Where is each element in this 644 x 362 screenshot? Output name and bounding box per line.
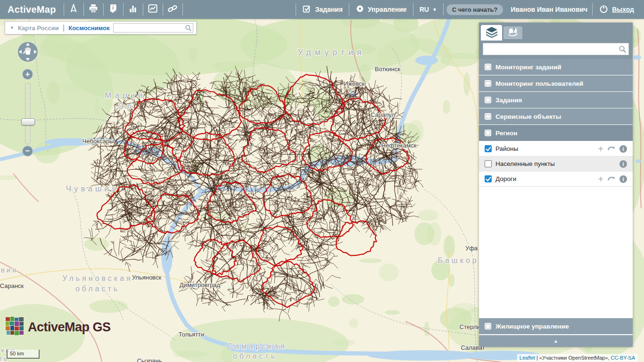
svg-text:Сарапул: Сарапул	[371, 111, 395, 118]
group-checkbox[interactable]	[485, 130, 491, 136]
printer-icon	[88, 3, 99, 16]
sidebar-search-box	[483, 43, 629, 55]
user-name[interactable]: Иванов Иван Иванович	[506, 6, 592, 13]
layer-checkbox[interactable]	[485, 145, 492, 152]
sidebar-spacer	[479, 187, 633, 318]
layer-checkbox[interactable]	[485, 175, 492, 182]
share-button[interactable]	[163, 0, 182, 19]
stats-button[interactable]	[124, 0, 143, 19]
svg-text:Димитровград: Димитровград	[180, 281, 221, 288]
basemap-bar: ▼ Карта России | Космоснимок	[5, 21, 197, 34]
basemap-map-tab[interactable]: Карта России	[18, 25, 59, 32]
basemap-satellite-tab[interactable]: Космоснимок	[68, 25, 109, 32]
power-icon	[599, 4, 609, 15]
zoom-slider-track[interactable]	[25, 83, 31, 144]
reports-button[interactable]	[143, 0, 163, 19]
group-label: Жилищное управление	[495, 323, 569, 330]
pan-control[interactable]	[17, 41, 39, 63]
layer-checkbox[interactable]	[485, 160, 492, 167]
svg-text:вия: вия	[1, 266, 18, 274]
map-search-input[interactable]	[114, 25, 185, 31]
svg-text:Чувашия: Чувашия	[66, 184, 119, 193]
sidebar-group-monitoring-users[interactable]: Мониторинг пользователей	[479, 75, 633, 92]
language-selector[interactable]: RU ▼	[413, 0, 443, 19]
app-logo: ActiveMap	[0, 4, 64, 15]
guide-button[interactable]: i	[104, 0, 123, 19]
sidebar-tabs: ?	[479, 23, 633, 41]
link-icon	[167, 3, 178, 16]
sidebar-group-housing[interactable]: Жилищное управление	[479, 318, 633, 335]
group-checkbox[interactable]	[485, 97, 491, 103]
attribution: Leaflet | «Участники OpenStreetMap», CC-…	[517, 354, 637, 362]
tasks-checkbox-icon	[302, 4, 312, 15]
print-button[interactable]	[84, 0, 103, 19]
info-icon[interactable]: i	[619, 145, 627, 153]
svg-text:Тольятти: Тольятти	[179, 331, 204, 338]
svg-text:Нефтекамск: Нефтекамск	[381, 142, 417, 149]
measure-button[interactable]	[64, 0, 83, 19]
collapse-arrow-icon: ▲	[553, 338, 558, 344]
add-icon[interactable]: +	[598, 146, 603, 152]
layer-label: Дороги	[495, 175, 516, 182]
info-book-icon: i	[108, 3, 118, 16]
layer-row-roads[interactable]: Дороги + i	[479, 172, 633, 187]
mosaic-logo-icon	[6, 317, 25, 337]
tab-help[interactable]: ?	[504, 26, 522, 39]
layer-label: Населенные пункты	[495, 160, 555, 167]
layer-row-districts[interactable]: Районы + i	[479, 141, 633, 156]
layer-search-input[interactable]	[486, 45, 619, 53]
basemap-collapse-icon[interactable]: ▼	[10, 25, 14, 30]
chevron-down-icon: ▼	[432, 7, 437, 12]
group-label: Регион	[495, 130, 518, 137]
sidebar-group-region[interactable]: Регион	[479, 125, 633, 141]
svg-text:Эл: Эл	[118, 102, 135, 111]
basemap-divider: |	[63, 24, 65, 32]
info-icon[interactable]: i	[619, 160, 627, 168]
line-chart-icon	[148, 3, 158, 16]
language-label: RU	[420, 6, 429, 13]
group-checkbox[interactable]	[485, 323, 491, 329]
group-checkbox[interactable]	[485, 80, 491, 87]
layer-row-settlements[interactable]: Населенные пункты i	[479, 156, 633, 172]
layers-icon	[485, 26, 498, 40]
logout-button[interactable]: Выход	[593, 0, 640, 19]
tab-layers[interactable]	[481, 25, 502, 41]
group-checkbox[interactable]	[485, 113, 491, 120]
tasks-label: Задания	[315, 6, 342, 13]
watermark-logo: ActiveMap GS	[6, 317, 111, 337]
toolbar-divider	[182, 3, 183, 16]
compass-icon	[68, 3, 79, 16]
svg-text:?: ?	[512, 28, 515, 33]
group-label: Мониторинг заданий	[495, 64, 561, 71]
info-icon[interactable]: i	[619, 175, 627, 183]
bar-chart-icon	[128, 3, 138, 16]
sidebar-group-tasks[interactable]: Задания	[479, 92, 633, 108]
svg-text:Уфа: Уфа	[465, 245, 478, 252]
search-icon[interactable]	[619, 45, 627, 53]
sidebar-collapse-button[interactable]: ▲	[479, 335, 633, 347]
license-link[interactable]: CC-BY-SA	[611, 355, 635, 361]
leaflet-link[interactable]: Leaflet	[520, 355, 535, 361]
tasks-button[interactable]: Задания	[296, 0, 348, 19]
sidebar-group-service-objects[interactable]: Сервисные объекты	[479, 108, 633, 125]
admin-button[interactable]: Управление	[349, 0, 413, 19]
zoom-out-button[interactable]: −	[22, 146, 33, 156]
search-icon[interactable]	[185, 25, 192, 32]
zoom-in-button[interactable]: +	[22, 69, 33, 80]
osm-attribution-text: «Участники OpenStreetMap»	[539, 355, 608, 361]
toolbar-divider	[443, 3, 444, 16]
sidebar-group-monitoring-tasks[interactable]: Мониторинг заданий	[479, 59, 633, 75]
svg-text:Чебоксары: Чебоксары	[83, 138, 114, 145]
svg-text:Воткинск: Воткинск	[375, 66, 400, 73]
sidebar-search-row	[479, 41, 633, 59]
top-toolbar: ActiveMap i	[0, 0, 644, 19]
reorder-icon[interactable]	[607, 145, 616, 153]
group-checkbox[interactable]	[485, 64, 491, 70]
gear-icon	[355, 4, 364, 15]
watermark-logo-text: ActiveMap GS	[28, 320, 111, 335]
zoom-slider-handle[interactable]	[21, 118, 35, 125]
reorder-icon[interactable]	[607, 175, 616, 183]
start-hint-button[interactable]: С чего начать?	[446, 4, 503, 15]
add-icon[interactable]: +	[598, 176, 603, 182]
group-label: Задания	[495, 97, 522, 104]
